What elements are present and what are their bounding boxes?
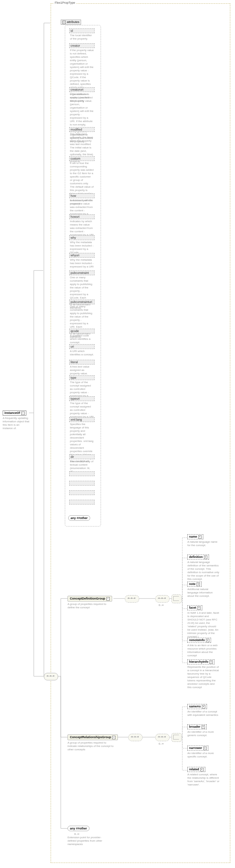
plus-icon: +	[203, 747, 207, 750]
def-sequence	[125, 595, 139, 603]
rel-card: 0..∞	[159, 742, 164, 745]
plus-icon: +	[200, 768, 204, 771]
element-facet-desc: In NAR 1.8 and later, facet is deprecate…	[187, 611, 219, 638]
minus-icon: −	[106, 597, 110, 601]
concept-definition-group-desc: A group of properties required to define…	[68, 603, 108, 609]
diagram-canvas: Flex1PropType instanceOf− A frequently u…	[0, 0, 235, 868]
plus-icon: +	[209, 660, 213, 664]
element-sameAs-desc: An identifier of a concept with equivale…	[187, 710, 219, 717]
minus-icon: −	[21, 412, 25, 415]
element-facet[interactable]: facet+	[187, 605, 202, 610]
element-broader-desc: An identifier of a more generic concept.	[187, 730, 219, 737]
attr-dir[interactable]: dirThe directionality of textual content…	[69, 454, 95, 473]
rel-sequence	[128, 734, 142, 741]
element-name-desc: A natural language name for the concept.	[187, 540, 219, 547]
element-related-desc: A related concept, where the relationshi…	[187, 773, 219, 787]
plus-icon: +	[198, 535, 202, 539]
attr-unnamed-18[interactable]	[69, 471, 95, 476]
rel-choice	[172, 733, 182, 742]
minus-icon: −	[62, 21, 66, 24]
element-hierarchyInfo[interactable]: hierarchyInfo+	[187, 659, 214, 664]
plus-icon: +	[204, 556, 207, 559]
element-narrower-desc: An identifier of a more specific concept…	[187, 752, 219, 758]
def-card: 0..∞	[159, 604, 164, 607]
minus-icon: −	[112, 736, 115, 739]
element-remoteInfo-desc: A link to an item or a web resource whic…	[187, 644, 219, 657]
attr-desc: A qualified code which identifies a conc…	[69, 333, 95, 344]
element-name[interactable]: name+	[187, 534, 203, 539]
any-desc: Extension point for provider-defined pro…	[68, 836, 105, 846]
element-sameAs[interactable]: sameAs+	[187, 704, 207, 709]
attr-id[interactable]: idThe local identifier of the property.	[69, 28, 95, 41]
attr-whyuri[interactable]: whyuriWhy the metadata has been included…	[69, 253, 95, 268]
attr-desc: Indicates by which means the value was e…	[69, 219, 95, 237]
concept-definition-group[interactable]: ConceptDefinitionGroup−	[68, 596, 112, 602]
instanceof-element[interactable]: instanceOf−	[3, 410, 26, 416]
element-remoteInfo[interactable]: remoteInfo+	[187, 638, 211, 643]
attr-desc: The local identifier of the property.	[69, 33, 95, 41]
element-note[interactable]: note+	[187, 582, 202, 587]
attr-why[interactable]: whyWhy the metadata has been included - …	[69, 235, 95, 254]
instanceof-desc: A frequently updating information object…	[3, 417, 30, 430]
element-related[interactable]: related+	[187, 767, 205, 772]
attr-literal[interactable]: literalA free-text value assigned as pro…	[69, 360, 95, 375]
attr-desc: A free-text value assigned as property v…	[69, 365, 95, 375]
def-sequence2	[155, 595, 169, 603]
plus-icon: +	[202, 725, 205, 729]
attr-unnamed-20[interactable]	[69, 490, 95, 495]
element-definition-desc: A natural language definition of the sem…	[187, 561, 219, 581]
def-choice	[172, 594, 182, 603]
element-definition[interactable]: definition+	[187, 555, 209, 560]
any-other-attr[interactable]: any ##other	[68, 515, 90, 521]
element-hierarchyInfo-desc: Represents the position of a concept in …	[187, 665, 219, 689]
plus-icon: +	[197, 583, 200, 586]
attr-desc: The type of the concept assigned as cont…	[69, 401, 95, 419]
attr-unnamed-21[interactable]	[69, 500, 95, 505]
element-narrower[interactable]: narrower+	[187, 746, 208, 751]
flex1proptype-title: Flex1PropType	[54, 1, 76, 4]
element-broader[interactable]: broader+	[187, 724, 207, 729]
concept-relationships-group[interactable]: ConceptRelationshipsGroup−	[68, 734, 118, 740]
plus-icon: +	[206, 639, 209, 642]
attr-unnamed-19[interactable]	[69, 481, 95, 486]
plus-icon: +	[197, 606, 201, 610]
any-card: 0..∞	[74, 832, 79, 836]
rel-sequence2	[155, 734, 169, 741]
attr-uri[interactable]: uriA URI which identifies a concept.	[69, 344, 95, 356]
attr-typeuri[interactable]: typeuriThe type of the concept assigned …	[69, 396, 95, 419]
attr-desc: A URI which identifies a concept.	[69, 349, 95, 356]
element-note-desc: Additional natural language information …	[187, 588, 219, 598]
main-sequence	[44, 673, 58, 680]
any-other-elem[interactable]: any ##other	[68, 826, 89, 831]
attributes-header[interactable]: −attributes	[61, 20, 81, 25]
concept-relationships-group-desc: A group of properties required to indica…	[68, 741, 115, 751]
attr-qcode[interactable]: qcodeA qualified code which identifies a…	[69, 329, 95, 344]
attr-howuri[interactable]: howuriIndicates by which means the value…	[69, 214, 95, 237]
attr-desc: Why the metadata has been included - exp…	[69, 240, 95, 254]
plus-icon: +	[202, 705, 205, 708]
attr-desc: Why the metadata has been included - exp…	[69, 258, 95, 268]
